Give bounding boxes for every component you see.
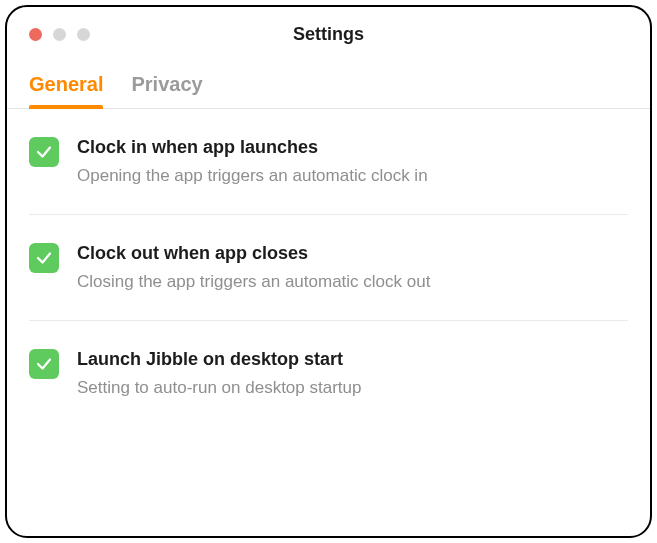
checkbox-clock-in-launch[interactable] bbox=[29, 137, 59, 167]
settings-window: Settings General Privacy Clock in when a… bbox=[5, 5, 652, 538]
window-title: Settings bbox=[7, 24, 650, 45]
setting-title: Clock out when app closes bbox=[77, 241, 628, 266]
setting-title: Launch Jibble on desktop start bbox=[77, 347, 628, 372]
setting-row-launch-on-start: Launch Jibble on desktop start Setting t… bbox=[29, 321, 628, 426]
setting-text: Clock in when app launches Opening the a… bbox=[77, 135, 628, 188]
titlebar: Settings bbox=[7, 7, 650, 61]
check-icon bbox=[35, 143, 53, 161]
setting-description: Opening the app triggers an automatic cl… bbox=[77, 164, 628, 188]
check-icon bbox=[35, 355, 53, 373]
maximize-icon[interactable] bbox=[77, 28, 90, 41]
traffic-lights bbox=[29, 28, 90, 41]
checkbox-launch-on-start[interactable] bbox=[29, 349, 59, 379]
settings-list: Clock in when app launches Opening the a… bbox=[7, 109, 650, 426]
tab-general[interactable]: General bbox=[29, 73, 103, 108]
tab-privacy[interactable]: Privacy bbox=[131, 73, 202, 108]
setting-text: Launch Jibble on desktop start Setting t… bbox=[77, 347, 628, 400]
setting-description: Setting to auto-run on desktop startup bbox=[77, 376, 628, 400]
close-icon[interactable] bbox=[29, 28, 42, 41]
checkbox-clock-out-close[interactable] bbox=[29, 243, 59, 273]
tab-bar: General Privacy bbox=[7, 61, 650, 109]
setting-row-clock-in-launch: Clock in when app launches Opening the a… bbox=[29, 109, 628, 215]
check-icon bbox=[35, 249, 53, 267]
setting-description: Closing the app triggers an automatic cl… bbox=[77, 270, 628, 294]
minimize-icon[interactable] bbox=[53, 28, 66, 41]
setting-row-clock-out-close: Clock out when app closes Closing the ap… bbox=[29, 215, 628, 321]
setting-text: Clock out when app closes Closing the ap… bbox=[77, 241, 628, 294]
setting-title: Clock in when app launches bbox=[77, 135, 628, 160]
